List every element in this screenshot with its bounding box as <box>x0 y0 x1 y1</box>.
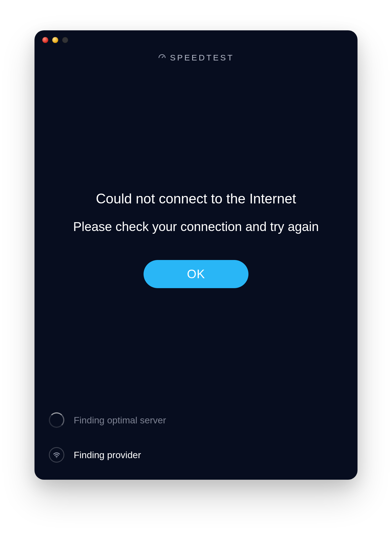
app-window: SPEEDTEST Could not connect to the Inter… <box>35 30 357 480</box>
error-panel: Could not connect to the Internet Please… <box>35 190 357 288</box>
status-row-server: Finding optimal server <box>48 412 344 428</box>
minimize-window-button[interactable] <box>52 37 58 43</box>
close-window-button[interactable] <box>42 37 48 43</box>
error-headline: Could not connect to the Internet <box>96 190 296 207</box>
status-server-label: Finding optimal server <box>74 415 166 426</box>
brand-name: SPEEDTEST <box>170 53 234 62</box>
error-subline: Please check your connection and try aga… <box>73 219 319 235</box>
zoom-window-button[interactable] <box>62 37 68 43</box>
brand: SPEEDTEST <box>35 53 357 62</box>
status-provider-label: Finding provider <box>74 450 141 460</box>
status-row-provider: Finding provider <box>48 447 344 463</box>
gauge-icon <box>158 54 166 62</box>
svg-point-0 <box>56 457 57 458</box>
ok-button[interactable]: OK <box>144 260 248 288</box>
window-controls <box>42 37 68 43</box>
wifi-icon <box>48 447 65 463</box>
status-list: Finding optimal server Finding provider <box>48 412 344 463</box>
loading-spinner-icon <box>48 412 65 428</box>
